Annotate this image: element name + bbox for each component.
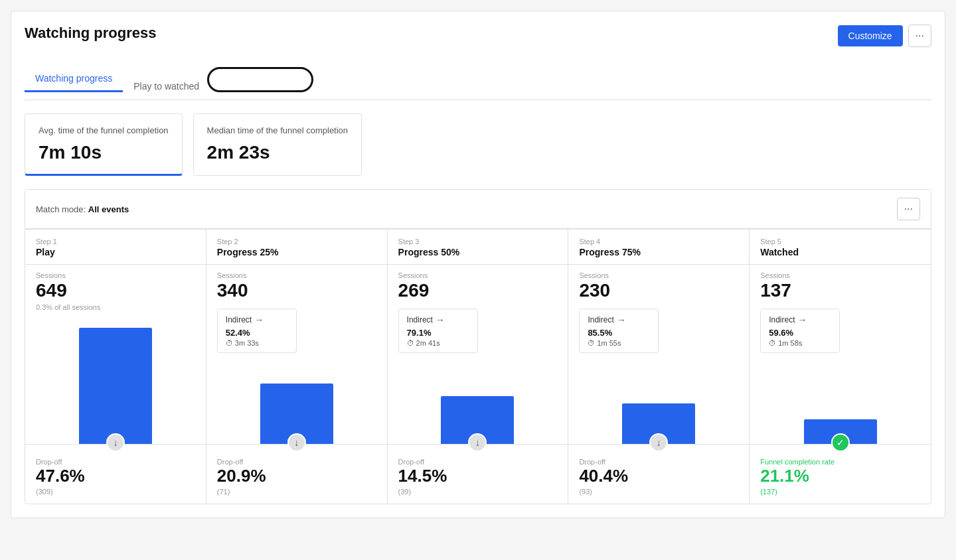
step-5-indirect-arrow: → (798, 315, 807, 325)
step-4-indirect-arrow: → (617, 315, 626, 325)
step-4-number: Step 4 (579, 238, 738, 245)
step-1-dropoff-value: 47.6% (36, 466, 195, 486)
step-5-indirect-card: Indirect → 59.6% ⏱ 1m 58s (760, 309, 840, 353)
metrics-row: Avg. time of the funnel completion 7m 10… (25, 113, 931, 176)
step-1-name: Play (36, 247, 195, 257)
step-4-sessions-label: Sessions (579, 271, 738, 279)
step-4-header: Step 4 Progress 75% (568, 230, 749, 265)
step-3-indirect-time: ⏱ 2m 41s (407, 339, 469, 347)
step-5-completion-label: Funnel completion rate (760, 458, 920, 466)
step-3-chart: Indirect → 79.1% ⏱ 2m 41s ↓ (388, 302, 568, 444)
step-3-header: Step 3 Progress 50% (388, 230, 568, 265)
step-5-name: Watched (760, 247, 920, 257)
step-2-dropoff-count: (71) (217, 488, 376, 496)
step-2-dropoff-value: 20.9% (217, 466, 376, 486)
tab-play-to-watched[interactable]: Play to watched (123, 58, 324, 100)
funnel-header: Match mode: All events ··· (25, 190, 931, 229)
step-1-bar-wrapper: ↓ (36, 324, 195, 444)
step-2-header: Step 2 Progress 25% (206, 230, 387, 265)
more-options-button[interactable]: ··· (908, 25, 931, 47)
clock-icon-5: ⏱ (769, 339, 776, 347)
step-3-footer: Drop-off 14.5% (39) (388, 444, 568, 504)
funnel-more-button[interactable]: ··· (897, 198, 920, 220)
step-2-indirect-time: ⏱ 3m 33s (226, 339, 288, 347)
step-5-sessions-value: 137 (760, 279, 920, 302)
step-5-completion-icon: ✓ (831, 433, 850, 452)
funnel-step-1: Step 1 Play Sessions 649 0.3% of all ses… (25, 230, 206, 504)
step-5-footer: Funnel completion rate 21.1% (137) (750, 444, 931, 504)
step-2-name: Progress 25% (217, 247, 376, 257)
step-3-sessions-label: Sessions (398, 271, 558, 279)
step-2-indirect-pct: 52.4% (226, 328, 288, 338)
step-4-indirect-time: ⏱ 1m 55s (588, 339, 650, 347)
step-2-indirect-card: Indirect → 52.4% ⏱ 3m 33s (217, 309, 297, 353)
customize-button[interactable]: Customize (838, 25, 903, 46)
tab-watching-progress[interactable]: Watching progress (25, 66, 123, 92)
step-1-header: Step 1 Play (25, 230, 206, 265)
page-container: Watching progress Customize ··· Watching… (11, 11, 945, 518)
step-3-sessions: Sessions 269 (388, 265, 568, 302)
step-1-chart: ↓ (25, 311, 206, 444)
clock-icon-2: ⏱ (226, 339, 233, 347)
metric-card-avg: Avg. time of the funnel completion 7m 10… (25, 113, 183, 176)
step-4-dropoff-value: 40.4% (579, 466, 738, 486)
step-5-number: Step 5 (760, 238, 920, 245)
step-1-bar (79, 328, 152, 444)
step-3-dropoff-value: 14.5% (398, 466, 558, 486)
step-4-chart: Indirect → 85.5% ⏱ 1m 55s ↓ (568, 302, 749, 444)
step-2-sessions: Sessions 340 (206, 265, 387, 302)
step-4-name: Progress 75% (579, 247, 738, 257)
tabs-row: Watching progress Play to watched (25, 58, 931, 100)
step-3-number: Step 3 (398, 238, 558, 245)
step-5-sessions-label: Sessions (760, 271, 920, 279)
step-4-dropoff-label: Drop-off (579, 458, 738, 466)
step-5-indirect-time: ⏱ 1m 58s (769, 339, 831, 347)
metric-median-label: Median time of the funnel completion (207, 125, 348, 137)
step-3-sessions-value: 269 (398, 279, 558, 302)
match-mode: Match mode: All events (36, 204, 129, 214)
step-3-dropoff-count: (39) (398, 488, 558, 496)
step-1-sessions: Sessions 649 0.3% of all sessions (25, 265, 206, 311)
step-5-completion-count: (137) (760, 488, 920, 496)
step-2-indirect-arrow: → (254, 315, 264, 325)
step-2-drop-icon: ↓ (287, 433, 306, 452)
metric-avg-value: 7m 10s (39, 142, 169, 163)
step-4-indirect-pct: 85.5% (588, 328, 650, 338)
clock-icon-3: ⏱ (407, 339, 414, 347)
step-5-sessions: Sessions 137 (750, 265, 931, 302)
step-4-indirect-title: Indirect → (588, 315, 650, 325)
page-title: Watching progress (25, 25, 156, 42)
step-3-drop-icon: ↓ (468, 433, 487, 452)
step-5-chart: Indirect → 59.6% ⏱ 1m 58s ✓ (750, 302, 931, 444)
step-3-indirect-card: Indirect → 79.1% ⏱ 2m 41s (398, 309, 478, 353)
step-2-sessions-value: 340 (217, 279, 376, 302)
funnel-step-2: Step 2 Progress 25% Sessions 340 Indirec… (206, 230, 388, 504)
step-3-indirect-arrow: → (436, 315, 445, 325)
step-1-drop-icon: ↓ (106, 433, 125, 452)
step-3-name: Progress 50% (398, 247, 558, 257)
metric-median-value: 2m 23s (207, 142, 348, 163)
step-1-sessions-value: 649 (36, 279, 195, 302)
annotation-outline (207, 67, 313, 92)
step-4-drop-icon: ↓ (649, 433, 668, 452)
step-3-dropoff-label: Drop-off (398, 458, 558, 466)
step-2-number: Step 2 (217, 238, 376, 245)
funnel-step-4: Step 4 Progress 75% Sessions 230 Indirec… (568, 230, 750, 504)
step-2-footer: Drop-off 20.9% (71) (206, 444, 387, 504)
header-actions: Customize ··· (838, 25, 931, 47)
step-1-number: Step 1 (36, 238, 195, 245)
step-4-sessions: Sessions 230 (568, 265, 749, 302)
step-3-indirect-title: Indirect → (407, 315, 469, 325)
step-1-dropoff-count: (309) (36, 488, 195, 496)
step-2-dropoff-label: Drop-off (217, 458, 376, 466)
step-1-sessions-label: Sessions (36, 271, 195, 279)
funnel-grid: Step 1 Play Sessions 649 0.3% of all ses… (25, 229, 931, 504)
step-4-footer: Drop-off 40.4% (93) (568, 444, 749, 504)
step-1-dropoff-label: Drop-off (36, 458, 195, 466)
step-2-indirect-title: Indirect → (226, 315, 288, 325)
step-4-sessions-value: 230 (579, 279, 738, 302)
step-3-indirect-pct: 79.1% (407, 328, 469, 338)
funnel-step-3: Step 3 Progress 50% Sessions 269 Indirec… (388, 230, 569, 504)
step-4-dropoff-count: (93) (579, 488, 738, 496)
funnel-container: Match mode: All events ··· Step 1 Play S… (25, 189, 931, 504)
